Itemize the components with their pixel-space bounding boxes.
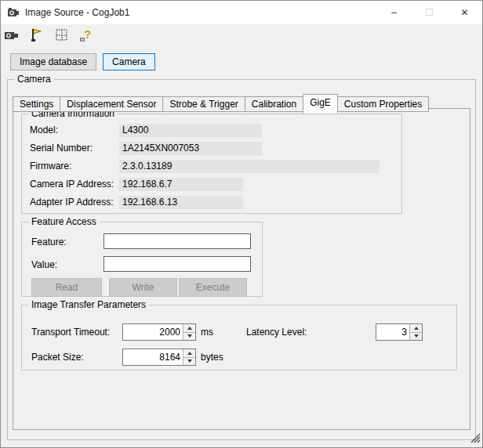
tab-custom-properties[interactable]: Custom Properties — [337, 96, 429, 112]
value-input[interactable] — [104, 256, 251, 272]
packet-size-stepper — [122, 349, 196, 366]
arrow-down-icon — [187, 334, 192, 338]
spin-down-button[interactable] — [183, 333, 195, 341]
image-source-window: Image Source - CogJob1 – ☐ ✕ — [0, 0, 483, 448]
model-value: L4300 — [119, 124, 262, 137]
tab-gige[interactable]: GigE — [303, 94, 338, 114]
maximize-button[interactable]: ☐ — [412, 1, 447, 24]
help-question-glyph: ? — [84, 27, 91, 41]
latency-level-stepper — [376, 323, 423, 341]
spin-up-button[interactable] — [183, 324, 195, 333]
adapter-ip-value: 192.168.6.13 — [119, 196, 243, 209]
gige-tab-panel: Camera Information Model: L4300 Serial N… — [13, 108, 470, 430]
camera-information-group: Camera Information Model: L4300 Serial N… — [21, 114, 402, 214]
packet-size-unit: bytes — [201, 352, 223, 363]
feature-label: Feature: — [31, 237, 67, 247]
camera-ip-value: 192.168.6.7 — [119, 178, 243, 191]
image-database-button[interactable]: Image database — [10, 53, 96, 70]
grid-icon[interactable] — [54, 28, 70, 42]
spin-down-button[interactable] — [183, 358, 195, 366]
camera-button[interactable]: Camera — [103, 53, 155, 70]
tab-displacement-sensor[interactable]: Displacement Sensor — [60, 96, 163, 112]
transport-timeout-stepper — [122, 323, 196, 341]
value-label: Value: — [31, 259, 57, 270]
close-button[interactable]: ✕ — [447, 1, 482, 24]
camera-groupbox: Camera Settings Displacement Sensor Stro… — [7, 79, 476, 440]
tab-calibration[interactable]: Calibration — [245, 96, 303, 112]
app-icon — [7, 6, 20, 19]
spin-down-button[interactable] — [410, 333, 422, 341]
latency-level-arrows — [409, 324, 422, 340]
resize-grip[interactable] — [470, 433, 481, 446]
camera-icon[interactable] — [4, 28, 20, 42]
packet-size-arrows — [183, 349, 195, 365]
window-controls: – ☐ ✕ — [376, 1, 482, 24]
window-title: Image Source - CogJob1 — [25, 7, 129, 18]
latency-level-input[interactable] — [376, 324, 409, 340]
serial-number-value: 1A2145XN007053 — [119, 142, 262, 155]
minimize-button[interactable]: – — [376, 1, 412, 24]
arrow-down-icon — [187, 359, 192, 363]
feature-input[interactable] — [104, 233, 251, 249]
image-transfer-group: Image Transfer Parameters Transport Time… — [21, 305, 457, 370]
camera-ip-label: Camera IP Address: — [30, 179, 114, 190]
read-button: Read — [31, 278, 102, 297]
image-transfer-label: Image Transfer Parameters — [28, 299, 149, 310]
camera-tabs: Settings Displacement Sensor Strobe & Tr… — [13, 92, 428, 112]
transport-timeout-arrows — [183, 324, 195, 340]
feature-access-group: Feature Access Feature: Value: Read Writ… — [21, 222, 263, 297]
transport-timeout-unit: ms — [201, 327, 213, 338]
spin-up-button[interactable] — [183, 349, 195, 358]
model-label: Model: — [30, 125, 58, 135]
tab-settings[interactable]: Settings — [13, 96, 60, 112]
adapter-ip-label: Adapter IP Address: — [30, 197, 114, 208]
execute-button: Execute — [179, 278, 247, 297]
pointer-flag-icon[interactable] — [29, 28, 45, 42]
transport-timeout-label: Transport Timeout: — [31, 327, 110, 338]
feature-access-label: Feature Access — [28, 216, 100, 227]
write-button: Write — [109, 278, 177, 297]
firmware-value: 2.3.0.13189 — [119, 160, 380, 173]
arrow-down-icon — [414, 334, 419, 338]
arrow-up-icon — [187, 352, 192, 355]
toolbar: ? — [1, 24, 482, 46]
arrow-up-icon — [414, 327, 419, 330]
titlebar: Image Source - CogJob1 – ☐ ✕ — [1, 1, 482, 24]
source-selector: Image database Camera — [1, 46, 482, 70]
packet-size-label: Packet Size: — [31, 352, 84, 363]
camera-groupbox-label: Camera — [14, 74, 54, 85]
firmware-label: Firmware: — [30, 161, 71, 172]
packet-size-input[interactable] — [123, 349, 183, 365]
spin-up-button[interactable] — [410, 324, 422, 333]
latency-level-label: Latency Level: — [246, 327, 307, 338]
arrow-up-icon — [187, 327, 192, 330]
help-icon[interactable]: ? — [79, 28, 95, 42]
tab-strobe-trigger[interactable]: Strobe & Trigger — [162, 96, 245, 112]
serial-number-label: Serial Number: — [30, 143, 93, 154]
transport-timeout-input[interactable] — [123, 324, 183, 340]
